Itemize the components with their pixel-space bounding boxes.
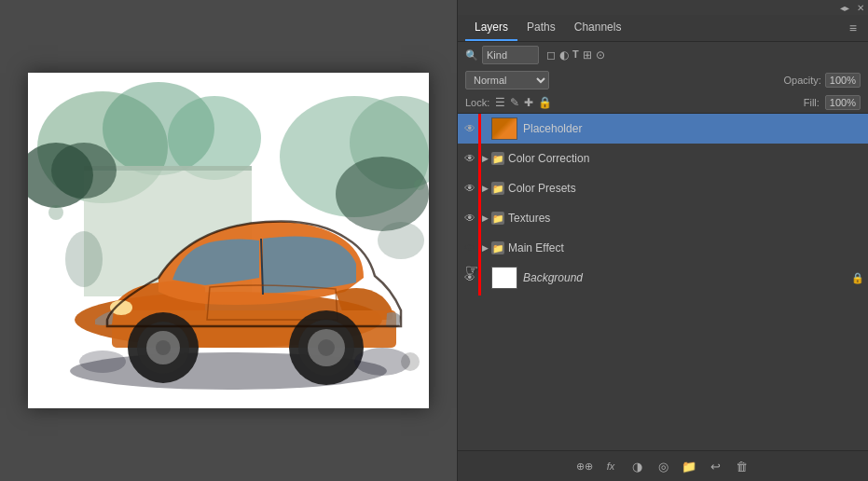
kind-shape-icon[interactable]: ⊞ — [583, 48, 592, 62]
panel-menu-icon[interactable]: ≡ — [846, 15, 861, 41]
toolbar-delete-icon[interactable]: 🗑 — [732, 457, 751, 475]
tab-layers[interactable]: Layers — [465, 15, 517, 41]
panels-topbar: ◂▸ ✕ — [458, 0, 868, 15]
visibility-icon-main-effect[interactable]: 👁 — [462, 240, 478, 256]
collapse-icon[interactable]: ◂▸ — [840, 3, 849, 13]
panel-tabs: Layers Paths Channels ≡ — [458, 15, 868, 42]
expand-icon-color-presets[interactable]: ▶ — [478, 182, 491, 195]
canvas-area — [0, 0, 457, 481]
opacity-label: Opacity: — [784, 75, 821, 86]
lock-transparency-icon[interactable]: ☰ — [495, 96, 505, 109]
panel-toolbar: ⊕⊕ fx ◑ ◎ 📁 ↩ 🗑 — [458, 450, 868, 481]
lock-label: Lock: — [465, 97, 489, 108]
layer-name-textures: Textures — [508, 212, 864, 225]
kind-pixel-icon[interactable]: ◻ — [546, 48, 556, 62]
visibility-icon-color-correction[interactable]: 👁 — [462, 150, 478, 167]
fill-value[interactable]: 100% — [825, 95, 861, 110]
folder-icon-main-effect: 📁 — [491, 241, 504, 254]
layer-row-textures[interactable]: 👁 ▶ 📁 Textures — [458, 203, 868, 233]
layer-name-color-presets: Color Presets — [508, 182, 864, 195]
kind-icons: ◻ ◐ T ⊞ ⊙ — [546, 48, 605, 62]
layers-list: 👁 Placeholder 👁 ▶ 📁 Color Correction 👁 — [458, 114, 868, 450]
lock-paint-icon[interactable]: ✎ — [510, 96, 519, 109]
visibility-icon-textures[interactable]: 👁 — [462, 210, 478, 227]
layer-row-main-effect[interactable]: 👁 ▶ 📁 Main Effect — [458, 233, 868, 263]
svg-point-30 — [401, 352, 420, 371]
svg-point-9 — [51, 143, 117, 199]
toolbar-fx-icon[interactable]: fx — [601, 457, 620, 475]
expand-icon-background[interactable] — [478, 271, 491, 284]
expand-icon-textures[interactable]: ▶ — [478, 212, 491, 225]
toolbar-mask-icon[interactable]: ◎ — [654, 457, 672, 475]
lock-icons: ☰ ✎ ✚ 🔒 — [495, 96, 552, 109]
svg-point-24 — [65, 231, 103, 287]
thumbnail-background — [491, 267, 517, 289]
lock-background-icon: 🔒 — [851, 272, 864, 284]
blend-row: Normal Multiply Screen Overlay Opacity: … — [458, 68, 868, 92]
folder-icon-color-correction: 📁 — [491, 152, 504, 165]
layer-name-placeholder: Placeholder — [523, 122, 864, 135]
kind-adjust-icon[interactable]: ◐ — [559, 48, 569, 62]
toolbar-link-icon[interactable]: ⊕⊕ — [575, 457, 594, 475]
fill-label: Fill: — [804, 97, 820, 108]
visibility-icon-color-presets[interactable]: 👁 — [462, 180, 478, 197]
svg-point-29 — [414, 179, 425, 190]
visibility-icon-placeholder[interactable]: 👁 — [462, 120, 478, 137]
kind-smart-icon[interactable]: ⊙ — [596, 48, 605, 62]
layer-row-color-presets[interactable]: 👁 ▶ 📁 Color Presets — [458, 173, 868, 203]
tab-paths[interactable]: Paths — [517, 15, 565, 41]
expand-icon-color-correction[interactable]: ▶ — [478, 152, 491, 165]
kind-row: 🔍 Kind Name Effect Mode Attribute Color … — [458, 42, 868, 68]
opacity-value[interactable]: 100% — [825, 73, 861, 88]
artwork-frame — [28, 73, 429, 408]
expand-icon-placeholder[interactable] — [478, 122, 491, 135]
kind-select[interactable]: Kind Name Effect Mode Attribute Color — [482, 46, 539, 64]
blend-mode-select[interactable]: Normal Multiply Screen Overlay — [465, 71, 549, 89]
layer-row-background[interactable]: 👁 Background 🔒 — [458, 263, 868, 293]
panels-area: ◂▸ ✕ Layers Paths Channels ≡ 🔍 Kind Name… — [457, 0, 868, 481]
toolbar-folder-icon[interactable]: 📁 — [680, 457, 698, 475]
svg-point-23 — [318, 339, 335, 356]
kind-type-icon[interactable]: T — [572, 48, 579, 62]
toolbar-adjustment-icon[interactable]: ◑ — [627, 457, 646, 475]
folder-icon-textures: 📁 — [491, 212, 504, 225]
search-icon: 🔍 — [465, 49, 478, 62]
svg-point-27 — [79, 350, 126, 373]
lock-position-icon[interactable]: ✚ — [524, 96, 533, 109]
layer-name-color-correction: Color Correction — [508, 152, 864, 165]
layer-row-color-correction[interactable]: 👁 ▶ 📁 Color Correction — [458, 144, 868, 173]
svg-point-28 — [48, 205, 63, 220]
layer-name-main-effect: Main Effect — [508, 241, 864, 254]
toolbar-duplicate-icon[interactable]: ↩ — [706, 457, 724, 475]
layer-name-background: Background — [523, 271, 851, 284]
visibility-icon-background[interactable]: 👁 — [462, 269, 478, 286]
svg-point-10 — [336, 157, 429, 231]
close-panel-icon[interactable]: ✕ — [857, 3, 864, 13]
svg-point-19 — [156, 340, 171, 355]
folder-icon-color-presets: 📁 — [491, 182, 504, 195]
lock-row: Lock: ☰ ✎ ✚ 🔒 Fill: 100% — [458, 92, 868, 114]
thumbnail-placeholder — [491, 117, 517, 140]
svg-point-25 — [378, 222, 424, 259]
tab-channels[interactable]: Channels — [565, 15, 631, 41]
expand-icon-main-effect[interactable]: ▶ — [478, 241, 491, 254]
lock-all-icon[interactable]: 🔒 — [538, 96, 552, 109]
layer-row-placeholder[interactable]: 👁 Placeholder — [458, 114, 868, 144]
